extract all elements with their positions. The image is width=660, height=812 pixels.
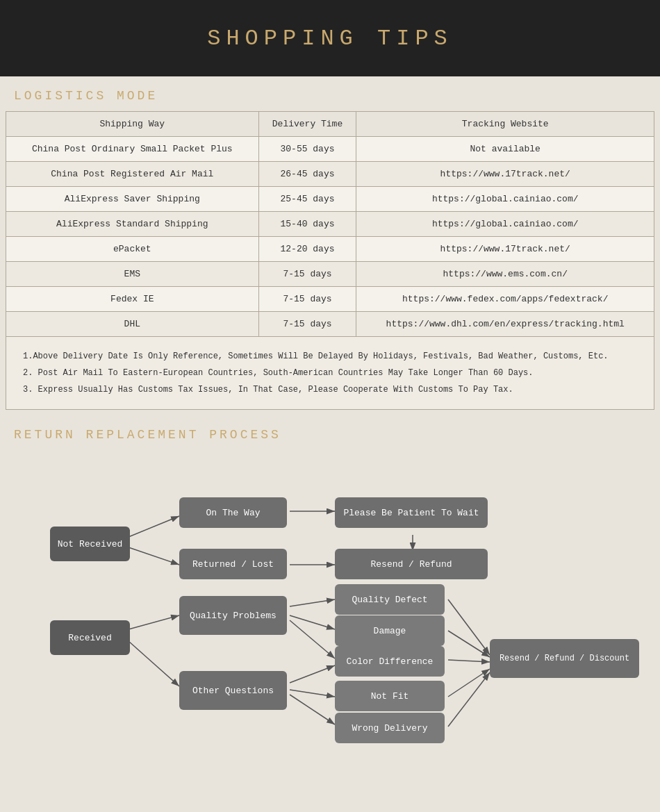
- arrow-defect-discount: [448, 599, 490, 655]
- arrow-wrong-discount: [448, 672, 490, 727]
- flow-diagram: Not Received On The Way Returned / Lost …: [7, 457, 653, 735]
- table-cell-5-0: EMS: [6, 262, 259, 287]
- col-header-delivery-time: Delivery Time: [258, 112, 356, 137]
- damage-box: Damage: [335, 615, 445, 646]
- arrow-not-received-returned: [129, 547, 179, 565]
- on-the-way-box: On The Way: [179, 497, 287, 528]
- table-cell-1-0: China Post Registered Air Mail: [6, 162, 259, 187]
- note-3: 3. Express Usually Has Customs Tax Issue…: [23, 381, 637, 398]
- flow-arrows: [7, 457, 653, 735]
- table-row: AliExpress Standard Shipping15-40 daysht…: [6, 212, 654, 237]
- table-cell-1-1: 26-45 days: [258, 162, 356, 187]
- logistics-table: Shipping Way Delivery Time Tracking Webs…: [6, 111, 654, 337]
- table-cell-6-0: Fedex IE: [6, 287, 259, 312]
- table-cell-0-2: Not available: [356, 137, 654, 162]
- table-cell-5-2: https://www.ems.com.cn/: [356, 262, 654, 287]
- arrow-notfit-discount: [448, 669, 490, 697]
- table-cell-4-1: 12-20 days: [258, 237, 356, 262]
- table-cell-3-2: https://global.cainiao.com/: [356, 212, 654, 237]
- returned-lost-box: Returned / Lost: [179, 549, 287, 579]
- arrow-quality-damage: [290, 615, 335, 629]
- logistics-notes: 1.Above Delivery Date Is Only Reference,…: [6, 337, 654, 410]
- please-be-patient-box: Please Be Patient To Wait: [335, 497, 488, 528]
- arrow-quality-color: [290, 620, 335, 658]
- table-row: DHL7-15 dayshttps://www.dhl.com/en/expre…: [6, 312, 654, 337]
- return-section-title: RETURN REPLACEMENT PROCESS: [6, 415, 654, 450]
- other-questions-box: Other Questions: [179, 671, 287, 710]
- col-header-shipping-way: Shipping Way: [6, 112, 259, 137]
- color-difference-box: Color Difference: [335, 646, 445, 677]
- quality-problems-box: Quality Problems: [179, 596, 287, 635]
- received-box: Received: [50, 620, 130, 655]
- logistics-section-title: LOGISTICS MODE: [6, 76, 654, 111]
- col-header-tracking-website: Tracking Website: [356, 112, 654, 137]
- return-section: RETURN REPLACEMENT PROCESS: [0, 415, 660, 749]
- table-row: ePacket12-20 dayshttps://www.17track.net…: [6, 237, 654, 262]
- arrow-color-discount: [448, 660, 490, 662]
- table-cell-0-0: China Post Ordinary Small Packet Plus: [6, 137, 259, 162]
- arrow-received-other: [129, 641, 179, 686]
- table-cell-7-0: DHL: [6, 312, 259, 337]
- table-row: AliExpress Saver Shipping25-45 dayshttps…: [6, 187, 654, 212]
- page-title: SHOPPING TIPS: [207, 26, 453, 51]
- table-cell-6-2: https://www.fedex.com/apps/fedextrack/: [356, 287, 654, 312]
- not-fit-box: Not Fit: [335, 681, 445, 711]
- arrow-received-quality: [129, 615, 179, 629]
- table-row: EMS7-15 dayshttps://www.ems.com.cn/: [6, 262, 654, 287]
- table-cell-2-2: https://global.cainiao.com/: [356, 187, 654, 212]
- resend-refund-box: Resend / Refund: [335, 549, 488, 579]
- table-cell-1-2: https://www.17track.net/: [356, 162, 654, 187]
- table-cell-2-0: AliExpress Saver Shipping: [6, 187, 259, 212]
- arrow-other-wrong: [290, 695, 335, 724]
- quality-defect-box: Quality Defect: [335, 584, 445, 615]
- arrow-damage-discount: [448, 631, 490, 657]
- not-received-box: Not Received: [50, 527, 130, 561]
- table-cell-5-1: 7-15 days: [258, 262, 356, 287]
- table-cell-3-0: AliExpress Standard Shipping: [6, 212, 259, 237]
- note-1: 1.Above Delivery Date Is Only Reference,…: [23, 348, 637, 365]
- table-cell-4-2: https://www.17track.net/: [356, 237, 654, 262]
- table-row: Fedex IE7-15 dayshttps://www.fedex.com/a…: [6, 287, 654, 312]
- resend-refund-discount-box: Resend / Refund / Discount: [490, 639, 639, 678]
- note-2: 2. Post Air Mail To Eastern-European Cou…: [23, 365, 637, 381]
- arrow-other-color: [290, 665, 335, 683]
- arrow-other-notfit: [290, 690, 335, 697]
- table-cell-6-1: 7-15 days: [258, 287, 356, 312]
- table-cell-0-1: 30-55 days: [258, 137, 356, 162]
- arrow-not-received-on-the-way: [129, 516, 179, 537]
- page-header: SHOPPING TIPS: [0, 0, 660, 76]
- table-cell-7-2: https://www.dhl.com/en/express/tracking.…: [356, 312, 654, 337]
- wrong-delivery-box: Wrong Delivery: [335, 713, 445, 743]
- table-cell-4-0: ePacket: [6, 237, 259, 262]
- table-cell-7-1: 7-15 days: [258, 312, 356, 337]
- logistics-section: LOGISTICS MODE Shipping Way Delivery Tim…: [0, 76, 660, 415]
- arrow-quality-defect: [290, 599, 335, 606]
- table-cell-2-1: 25-45 days: [258, 187, 356, 212]
- table-row: China Post Ordinary Small Packet Plus30-…: [6, 137, 654, 162]
- table-cell-3-1: 15-40 days: [258, 212, 356, 237]
- table-row: China Post Registered Air Mail26-45 days…: [6, 162, 654, 187]
